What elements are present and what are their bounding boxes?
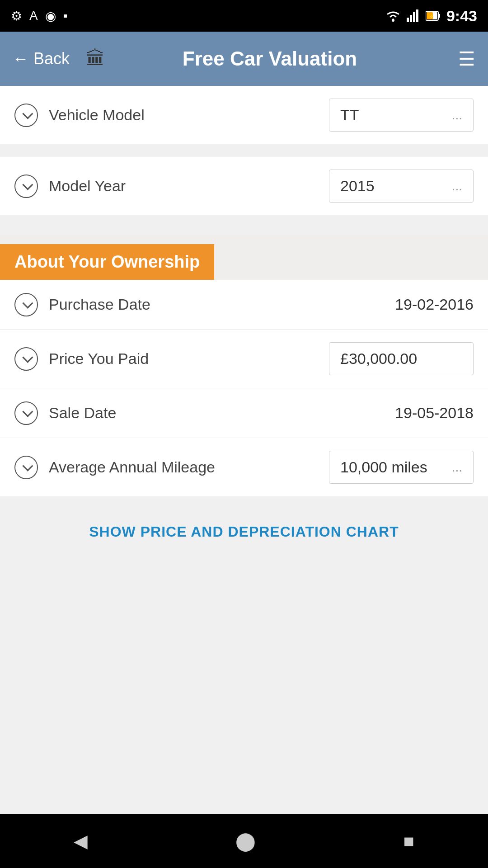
app-bar: ← Back 🏛 Free Car Valuation ☰	[0, 32, 488, 86]
hamburger-menu-icon[interactable]: ☰	[458, 48, 475, 70]
status-bar-left: ⚙ A ◉ ▪	[11, 9, 68, 24]
battery-icon: ⚡	[426, 10, 441, 21]
nav-recent-button[interactable]	[404, 831, 414, 851]
price-paid-row: Price You Paid £30,000.00	[0, 330, 488, 388]
annual-mileage-input[interactable]: 10,000 miles ...	[329, 451, 474, 484]
vehicle-model-input[interactable]: TT ...	[329, 99, 474, 132]
ownership-section-title: About Your Ownership	[0, 244, 214, 280]
ownership-section-header: About Your Ownership	[0, 235, 488, 280]
settings-icon: ⚙	[11, 9, 22, 24]
vehicle-model-dots: ...	[452, 108, 462, 123]
svg-point-0	[392, 19, 394, 22]
bottom-spacer	[0, 562, 488, 616]
wifi-icon	[385, 9, 401, 22]
back-label: Back	[33, 49, 70, 68]
sale-date-chevron-icon[interactable]	[14, 401, 38, 425]
purchase-date-value: 19-02-2016	[395, 296, 474, 313]
svg-rect-3	[413, 12, 415, 22]
show-chart-button[interactable]: SHOW PRICE AND DEPRECIATION CHART	[89, 524, 399, 540]
gap-1	[0, 150, 488, 157]
status-bar-right: ⚡ 9:43	[385, 7, 477, 25]
bottom-nav-bar	[0, 814, 488, 868]
svg-rect-1	[407, 18, 409, 22]
vehicle-model-value: TT	[340, 106, 359, 124]
gap-3	[0, 228, 488, 235]
vehicle-model-label: Vehicle Model	[49, 106, 329, 124]
price-paid-label: Price You Paid	[49, 350, 329, 368]
ownership-section: Purchase Date 19-02-2016 Price You Paid …	[0, 280, 488, 496]
annual-mileage-value: 10,000 miles	[340, 458, 427, 476]
main-content: Vehicle Model TT ... Model Year 2015 ...…	[0, 86, 488, 562]
annual-mileage-row: Average Annual Mileage 10,000 miles ...	[0, 438, 488, 496]
sale-date-value: 19-05-2018	[395, 404, 474, 422]
purchase-date-chevron-icon[interactable]	[14, 293, 38, 316]
circle-icon: ◉	[45, 9, 56, 24]
model-year-label: Model Year	[49, 177, 329, 195]
cta-container: SHOW PRICE AND DEPRECIATION CHART	[0, 502, 488, 562]
annual-mileage-label: Average Annual Mileage	[49, 458, 329, 476]
svg-rect-4	[416, 9, 418, 22]
svg-rect-6	[438, 14, 440, 18]
signal-icon	[407, 9, 420, 22]
price-paid-chevron-icon[interactable]	[14, 347, 38, 371]
vehicle-model-chevron-icon[interactable]	[14, 104, 38, 127]
model-year-section: Model Year 2015 ...	[0, 157, 488, 215]
price-paid-value: £30,000.00	[340, 350, 417, 368]
purchase-date-label: Purchase Date	[49, 296, 395, 313]
sale-date-label: Sale Date	[49, 404, 395, 422]
model-year-row: Model Year 2015 ...	[0, 157, 488, 215]
app-bar-title: Free Car Valuation	[89, 47, 451, 70]
model-year-input[interactable]: 2015 ...	[329, 170, 474, 203]
model-year-chevron-icon[interactable]	[14, 175, 38, 198]
nav-home-button[interactable]	[235, 830, 256, 851]
annual-mileage-dots: ...	[452, 460, 462, 475]
annual-mileage-chevron-icon[interactable]	[14, 456, 38, 479]
back-arrow-icon: ←	[13, 49, 29, 68]
sale-date-row: Sale Date 19-05-2018	[0, 388, 488, 438]
model-year-dots: ...	[452, 179, 462, 193]
vehicle-model-row: Vehicle Model TT ...	[0, 86, 488, 144]
sdcard-icon: ▪	[63, 9, 68, 23]
purchase-date-row: Purchase Date 19-02-2016	[0, 280, 488, 330]
model-year-value: 2015	[340, 177, 375, 195]
vehicle-model-section: Vehicle Model TT ...	[0, 86, 488, 144]
svg-text:⚡: ⚡	[429, 14, 435, 19]
status-time: 9:43	[446, 7, 477, 25]
gap-2	[0, 221, 488, 228]
price-paid-input[interactable]: £30,000.00	[329, 342, 474, 375]
svg-rect-2	[410, 15, 412, 22]
back-button[interactable]: ← Back	[13, 49, 70, 68]
status-bar: ⚙ A ◉ ▪ ⚡ 9:43	[0, 0, 488, 32]
font-icon: A	[29, 9, 38, 23]
nav-back-button[interactable]	[74, 830, 88, 851]
